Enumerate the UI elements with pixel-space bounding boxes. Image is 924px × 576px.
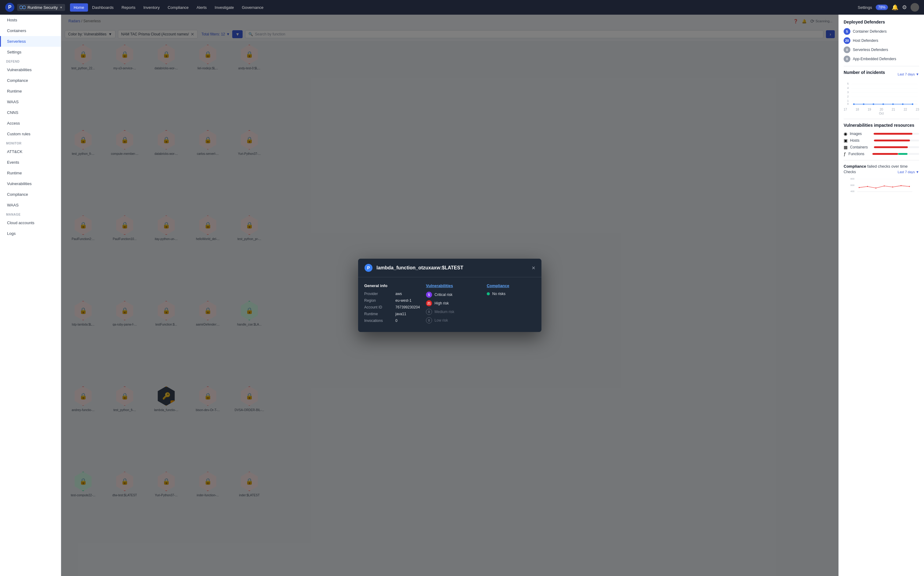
info-row-account-id: Account ID 767399230204 [364,305,420,309]
sidebar-item-compliance-monitor[interactable]: Compliance [0,189,61,200]
modal-overlay[interactable]: P lambda_function_otzuxaxw:$LATEST × Gen… [61,14,838,576]
nav-compliance[interactable]: Compliance [164,3,192,11]
modal-compliance-title[interactable]: Compliance [487,283,535,288]
app-embedded-defenders-label: App-Embedded Defenders [853,57,896,61]
compliance-section: Compliance failed checks over time Check… [844,164,919,195]
nav-inventory[interactable]: Inventory [139,3,163,11]
svg-point-35 [892,187,893,187]
defender-serverless-row: 0 Serverless Defenders [844,46,919,53]
topnav-right: Settings 78% 🔔 ⚙ [858,3,919,11]
sidebar-item-runtime-monitor[interactable]: Runtime [0,168,61,178]
svg-text:2: 2 [847,95,849,98]
nav-home[interactable]: Home [70,3,88,11]
sidebar-item-waas-monitor[interactable]: WAAS [0,200,61,210]
containers-bar-fill [874,146,908,148]
sidebar-item-waas[interactable]: WAAS [0,96,61,107]
sidebar-item-access[interactable]: Access [0,118,61,129]
incidents-chart: 5 4 3 2 1 0 [844,81,919,106]
sidebar-item-custom-rules[interactable]: Custom rules [0,129,61,139]
sidebar-item-vulnerabilities[interactable]: Vulnerabilities [0,64,61,75]
compliance-status-dot [487,292,490,295]
svg-point-37 [909,186,910,187]
svg-point-31 [858,187,860,188]
user-avatar[interactable] [911,3,919,11]
info-row-invocations: Invocations 0 [364,318,420,323]
svg-text:5: 5 [847,82,849,85]
vuln-title: Vulnerabilities impacted resources [844,123,919,128]
sidebar-item-settings[interactable]: Settings [0,47,61,58]
svg-text:3: 3 [847,91,849,94]
sidebar-item-containers[interactable]: Containers [0,26,61,36]
nav-dashboards[interactable]: Dashboards [89,3,117,11]
modal-close-button[interactable]: × [532,264,535,272]
functions-bar-green [898,153,908,155]
brand-selector[interactable]: Runtime Security ▼ [17,4,65,11]
sidebar-item-logs[interactable]: Logs [0,228,61,239]
svg-point-22 [892,104,894,105]
svg-point-32 [867,186,868,187]
nav-investigate[interactable]: Investigate [211,3,238,11]
svg-point-20 [873,104,874,105]
images-icon: ◉ [844,131,847,136]
critical-label: Critical risk [434,293,453,297]
divider-1 [844,66,919,66]
svg-point-33 [875,187,876,189]
compliance-period-dropdown[interactable]: Last 7 days ▼ [898,170,919,174]
defender-app-embedded-row: 0 App-Embedded Defenders [844,56,919,62]
functions-icon: ƒ [844,152,846,156]
sidebar-item-attck[interactable]: ATT&CK [0,146,61,157]
sidebar-item-runtime[interactable]: Runtime [0,86,61,96]
bell-icon[interactable]: 🔔 [892,4,898,11]
incidents-header: Number of incidents Last 7 days ▼ [844,70,919,78]
modal-vuln-title[interactable]: Vulnerabilities [426,283,480,288]
sidebar-item-serverless[interactable]: Serverless [0,36,61,47]
vuln-bars: ◉ Images ▣ Hosts ▦ Containers [844,131,919,156]
compliance-status-row: No risks [487,292,535,296]
svg-point-3 [22,6,26,9]
info-row-provider: Provider aws [364,292,420,296]
nav-alerts[interactable]: Alerts [193,3,210,11]
sidebar-item-cnns[interactable]: CNNS [0,107,61,118]
svg-text:400: 400 [850,190,854,193]
incidents-period-dropdown[interactable]: Last 7 days ▼ [898,72,919,76]
defender-container-row: 5 Container Defenders [844,28,919,35]
sidebar-item-compliance[interactable]: Compliance [0,75,61,86]
gear-icon[interactable]: ⚙ [902,4,907,11]
risk-low-row: 0 Low risk [426,317,480,323]
app-embedded-defenders-count: 0 [844,56,850,62]
svg-text:P: P [8,5,11,10]
modal-vulnerabilities: Vulnerabilities 5 Critical risk 21 High … [426,283,480,326]
container-defenders-count: 5 [844,28,850,35]
incidents-chart-area: 5 4 3 2 1 0 [844,81,919,106]
container-defenders-label: Container Defenders [853,29,887,34]
svg-point-34 [884,186,885,186]
compliance-chart: 800 600 400 [844,176,919,195]
compliance-chart-area: 800 600 400 [844,176,919,195]
divider-3 [844,160,919,160]
app-logo: P [5,2,14,12]
chart-month: Oct [844,112,919,115]
sidebar: Hosts Containers Serverless Settings DEF… [0,14,61,576]
score-badge[interactable]: 78% [876,5,888,10]
medium-label: Medium risk [434,310,454,314]
serverless-defenders-count: 0 [844,46,850,53]
radar-area: Radars / Serverless ❓ 🔔 ⟳ Scanning... Co… [61,14,838,576]
nav-reports[interactable]: Reports [118,3,139,11]
sidebar-item-hosts[interactable]: Hosts [0,14,61,26]
host-defenders-label: Host Defenders [853,38,878,43]
settings-link[interactable]: Settings [858,5,872,10]
svg-text:600: 600 [850,184,854,187]
nav-governance[interactable]: Governance [238,3,267,11]
divider-2 [844,119,919,119]
modal-dialog: P lambda_function_otzuxaxw:$LATEST × Gen… [358,259,541,332]
sidebar-item-cloud-accounts[interactable]: Cloud accounts [0,218,61,228]
sidebar-item-vulnerabilities-monitor[interactable]: Vulnerabilities [0,178,61,189]
modal-title: lambda_function_otzuxaxw:$LATEST [376,265,528,270]
main-content: Radars / Serverless ❓ 🔔 ⟳ Scanning... Co… [61,14,838,576]
high-label: High risk [434,301,449,306]
sidebar-item-events[interactable]: Events [0,157,61,168]
svg-point-21 [882,104,884,105]
modal-body: General info Provider aws Region eu-west… [358,277,541,332]
svg-text:P: P [367,266,370,270]
compliance-period-row: Checks Last 7 days ▼ [844,170,919,174]
